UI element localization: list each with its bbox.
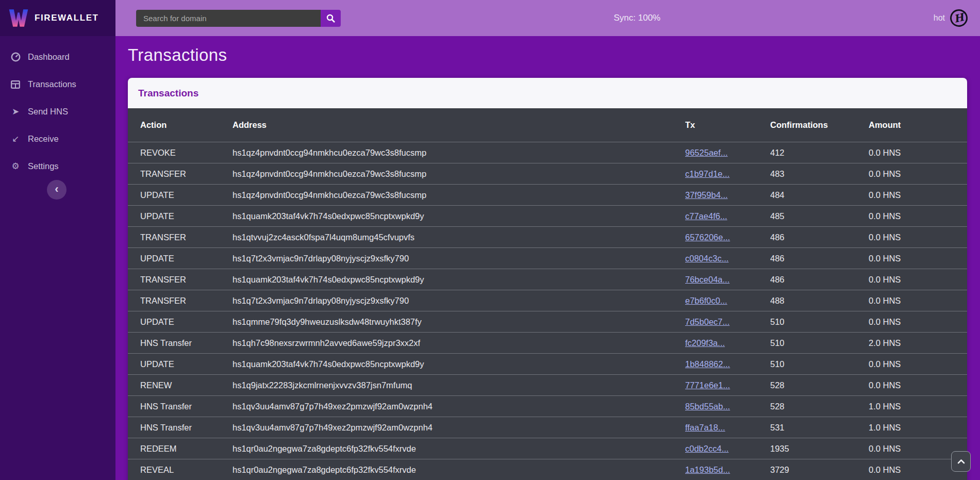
action-cell: REDEEM <box>140 444 232 454</box>
address-cell: hs1qz4pnvdnt0ccg94nmkhcu0ezca79wc3s8fucs… <box>232 169 685 179</box>
address-cell: hs1qtvvuj2zc4asck0fspa7l4uqm8umg45cfvupv… <box>232 233 685 242</box>
search-input[interactable] <box>136 10 321 27</box>
address-cell: hs1qr0au2ngegwa7za8gdeptc6fp32fkv554fxrv… <box>232 465 685 475</box>
table-row: UPDATE hs1qmme79fq3dy9hweuzuslksdw48trwu… <box>128 311 967 332</box>
address-cell: hs1qz4pnvdnt0ccg94nmkhcu0ezca79wc3s8fucs… <box>232 190 685 200</box>
amount-cell: 0.0 HNS <box>869 169 955 179</box>
amount-cell: 0.0 HNS <box>869 148 955 158</box>
card-title: Transactions <box>128 78 967 108</box>
tx-link[interactable]: 37f959b4... <box>685 190 728 200</box>
address-cell: hs1quamk203taf4vk7h74s0edxpwc85ncptxwpkd… <box>232 275 685 285</box>
sidebar-menu: Dashboard Transactions ➤ Send HNS ↙ <box>0 36 115 180</box>
brand-name: FIREWALLET <box>35 13 99 23</box>
tx-link[interactable]: c1b97d1e... <box>685 169 729 178</box>
address-cell: hs1q7t2x3vmjac9n7drlapy08nyjyscjz9xsfky7… <box>232 254 685 263</box>
tx-link[interactable]: c0804c3c... <box>685 254 728 263</box>
confirmations-cell: 412 <box>770 148 869 158</box>
action-cell: TRANSFER <box>140 233 232 242</box>
confirmations-cell: 486 <box>770 275 869 285</box>
tx-link[interactable]: c0db2cc4... <box>685 444 728 453</box>
tx-link[interactable]: 96525aef... <box>685 148 728 157</box>
confirmations-cell: 3729 <box>770 465 869 475</box>
address-cell: hs1qr0au2ngegwa7za8gdeptc6fp32fkv554fxrv… <box>232 444 685 454</box>
transactions-card: Transactions Action Address Tx Confirmat… <box>128 78 967 480</box>
column-header-tx: Tx <box>685 120 770 130</box>
tx-link[interactable]: 6576206e... <box>685 233 730 242</box>
tx-link[interactable]: e7b6f0c0... <box>685 296 727 305</box>
tx-link[interactable]: fc209f3a... <box>685 338 725 347</box>
content-column: Sync: 100% hot H Transactions Transactio… <box>115 0 980 480</box>
tx-link[interactable]: 7771e6e1... <box>685 380 730 390</box>
tx-link[interactable]: c77ae4f6... <box>685 211 727 221</box>
column-header-address: Address <box>232 120 685 130</box>
confirmations-cell: 485 <box>770 211 869 221</box>
confirmations-cell: 486 <box>770 233 869 242</box>
chevron-up-icon <box>957 459 965 464</box>
sidebar-item-label: Receive <box>28 134 59 144</box>
transactions-table: Action Address Tx Confirmations Amount R… <box>128 108 967 480</box>
confirmations-cell: 531 <box>770 423 869 433</box>
sidebar: FIREWALLET Dashboard <box>0 0 115 480</box>
amount-cell: 0.0 HNS <box>869 190 955 200</box>
address-cell: hs1qh7c98nexsrzwrmnh2avved6awe59jzpr3xx2… <box>232 338 685 348</box>
wallet-selector[interactable]: hot H <box>934 9 968 27</box>
amount-cell: 0.0 HNS <box>869 254 955 263</box>
confirmations-cell: 488 <box>770 296 869 306</box>
table-row: TRANSFER hs1quamk203taf4vk7h74s0edxpwc85… <box>128 269 967 290</box>
confirmations-cell: 510 <box>770 317 869 327</box>
confirmations-cell: 528 <box>770 402 869 411</box>
tx-link[interactable]: 1a193b5d... <box>685 465 730 474</box>
action-cell: HNS Transfer <box>140 338 232 348</box>
settings-icon: ⚙ <box>9 162 22 171</box>
tx-link[interactable]: 76bce04a... <box>685 275 729 284</box>
table-row: TRANSFER hs1qtvvuj2zc4asck0fspa7l4uqm8um… <box>128 226 967 247</box>
amount-cell: 0.0 HNS <box>869 233 955 242</box>
domain-search-form <box>136 10 341 27</box>
sidebar-item-label: Transactions <box>28 79 76 89</box>
sidebar-item-transactions[interactable]: Transactions <box>0 71 115 98</box>
address-cell: hs1qz4pnvdnt0ccg94nmkhcu0ezca79wc3s8fucs… <box>232 148 685 158</box>
wallet-name: hot <box>934 13 945 23</box>
confirmations-cell: 510 <box>770 359 869 369</box>
chevron-left-icon: ‹ <box>55 184 58 195</box>
sidebar-item-receive[interactable]: ↙ Receive <box>0 125 115 153</box>
sidebar-item-label: Dashboard <box>28 52 70 62</box>
address-cell: hs1q9jatx22283jzkcmlrnenjxvvzv387jsn7mfu… <box>232 380 685 390</box>
scroll-to-top-button[interactable] <box>951 451 971 472</box>
sidebar-item-send-hns[interactable]: ➤ Send HNS <box>0 98 115 125</box>
brand-header: FIREWALLET <box>0 0 115 36</box>
table-row: UPDATE hs1q7t2x3vmjac9n7drlapy08nyjyscjz… <box>128 247 967 269</box>
action-cell: HNS Transfer <box>140 402 232 411</box>
confirmations-cell: 484 <box>770 190 869 200</box>
dashboard-icon <box>9 52 22 62</box>
amount-cell: 0.0 HNS <box>869 317 955 327</box>
table-row: UPDATE hs1quamk203taf4vk7h74s0edxpwc85nc… <box>128 205 967 226</box>
tx-link[interactable]: 85bd55ab... <box>685 402 730 411</box>
search-icon <box>326 14 335 23</box>
tx-link[interactable]: 7d5b0ec7... <box>685 317 729 326</box>
action-cell: UPDATE <box>140 211 232 221</box>
sidebar-item-label: Send HNS <box>28 107 68 117</box>
sidebar-item-dashboard[interactable]: Dashboard <box>0 43 115 71</box>
table-row: HNS Transfer hs1qv3uu4amv87g7p7h49xez2pm… <box>128 417 967 438</box>
confirmations-cell: 483 <box>770 169 869 179</box>
send-icon: ➤ <box>9 107 22 116</box>
table-header-row: Action Address Tx Confirmations Amount <box>128 108 967 142</box>
sidebar-item-label: Settings <box>28 161 59 171</box>
firewallet-logo-icon <box>8 8 29 28</box>
handshake-icon: H <box>948 7 969 28</box>
tx-link[interactable]: 1b848862... <box>685 359 730 369</box>
table-body: REVOKE hs1qz4pnvdnt0ccg94nmkhcu0ezca79wc… <box>128 142 967 480</box>
amount-cell: 2.0 HNS <box>869 338 955 348</box>
address-cell: hs1qv3uu4amv87g7p7h49xez2pmzwjf92am0wzpn… <box>232 423 685 433</box>
topbar: Sync: 100% hot H <box>115 0 980 36</box>
action-cell: UPDATE <box>140 190 232 200</box>
table-row: UPDATE hs1qz4pnvdnt0ccg94nmkhcu0ezca79wc… <box>128 184 967 205</box>
search-button[interactable] <box>321 10 341 27</box>
address-cell: hs1qmme79fq3dy9hweuzuslksdw48trwuyhkt387… <box>232 317 685 327</box>
sync-status: Sync: 100% <box>341 13 934 23</box>
tx-link[interactable]: ffaa7a18... <box>685 423 725 432</box>
amount-cell: 0.0 HNS <box>869 444 955 454</box>
sidebar-collapse-button[interactable]: ‹ <box>47 180 67 200</box>
sidebar-item-settings[interactable]: ⚙ Settings <box>0 153 115 180</box>
